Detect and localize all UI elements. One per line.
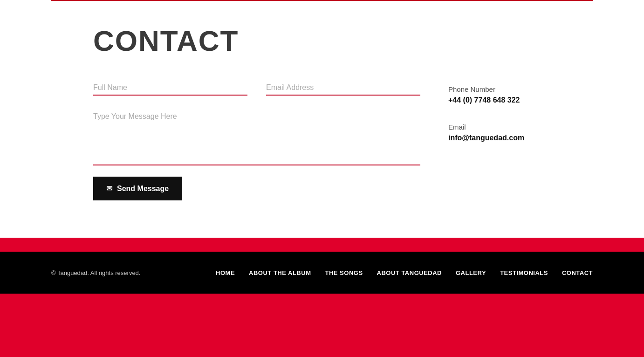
email-input[interactable]	[266, 81, 420, 96]
phone-value: +44 (0) 7748 648 322	[448, 96, 551, 104]
footer-nav-item-about-tanguedad[interactable]: ABOUT TANGUEDAD	[377, 269, 442, 276]
email-label: Email	[448, 123, 551, 131]
footer-nav-item-home[interactable]: HOME	[216, 269, 235, 276]
page-title: CONTACT	[93, 24, 551, 57]
copyright: © Tanguedad. All rights reserved.	[51, 269, 140, 276]
email-block: Email info@tanguedad.com	[448, 123, 551, 142]
footer-nav-item-the-songs[interactable]: THE SONGS	[325, 269, 363, 276]
contact-info-panel: Phone Number +44 (0) 7748 648 322 Email …	[420, 81, 551, 200]
phone-block: Phone Number +44 (0) 7748 648 322	[448, 85, 551, 104]
send-button-label: Send Message	[117, 185, 169, 193]
footer-nav-item-contact[interactable]: CONTACT	[562, 269, 593, 276]
full-name-input[interactable]	[93, 81, 247, 96]
footer-nav-item-about-the-album[interactable]: ABOUT THE ALBUM	[249, 269, 311, 276]
footer-nav-item-gallery[interactable]: GALLERY	[456, 269, 486, 276]
footer: © Tanguedad. All rights reserved. HOMEAB…	[0, 252, 644, 294]
phone-label: Phone Number	[448, 85, 551, 93]
footer-nav-item-testimonials[interactable]: TESTIMONIALS	[500, 269, 548, 276]
footer-nav: HOMEABOUT THE ALBUMTHE SONGSABOUT TANGUE…	[216, 268, 593, 277]
message-field	[93, 110, 420, 167]
envelope-icon: ✉	[106, 184, 112, 193]
full-name-field	[93, 81, 247, 96]
main-card: CONTACT	[42, 1, 602, 238]
email-value: info@tanguedad.com	[448, 134, 551, 142]
email-field	[266, 81, 420, 96]
message-textarea[interactable]	[93, 110, 420, 165]
send-message-button[interactable]: ✉ Send Message	[93, 177, 182, 200]
